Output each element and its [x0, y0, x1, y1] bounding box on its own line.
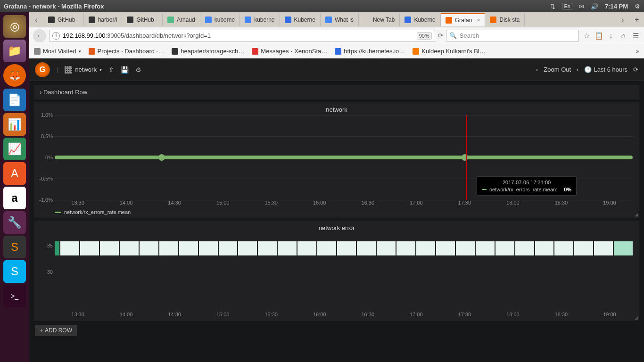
series-dot [158, 154, 165, 161]
legend-label: network/rx_errors_rate.mean [64, 209, 131, 215]
x-tick: 14:30 [168, 312, 181, 317]
launcher-files[interactable]: 📁 [3, 40, 26, 62]
os-topbar: Grafana - network - Mozilla Firefox ⇅ En… [0, 0, 644, 12]
bar [476, 241, 495, 255]
chart-legend[interactable]: network/rx_errors_rate.mean [55, 209, 633, 215]
resize-handle-icon[interactable]: ◢ [635, 315, 638, 320]
x-tick: 15:00 [216, 200, 230, 206]
browser-tab[interactable]: Kuberne [280, 13, 321, 26]
mail-icon[interactable]: ✉ [579, 3, 584, 10]
dashboard-picker[interactable]: network ▾ [65, 66, 102, 74]
home-icon[interactable]: ⌂ [619, 32, 628, 40]
launcher-settings[interactable]: 🔧 [3, 211, 26, 234]
x-tick: 15:30 [264, 200, 278, 206]
launcher-impress[interactable]: 📊 [3, 113, 26, 136]
x-tick: 18:00 [506, 312, 520, 317]
legend-color [55, 212, 61, 213]
bar [436, 241, 455, 255]
time-range-picker[interactable]: 🕐 Last 6 hours [584, 66, 627, 73]
add-row-button[interactable]: + ADD ROW [35, 325, 77, 336]
downloads-icon[interactable]: ↓ [606, 32, 616, 40]
new-tab-button[interactable]: + [630, 13, 644, 27]
resize-handle-icon[interactable]: ◢ [635, 212, 638, 217]
back-button[interactable]: ← [33, 29, 46, 42]
browser-tab[interactable]: Grafan× [441, 13, 486, 26]
launcher-skype[interactable]: S [3, 260, 26, 283]
launcher-dash[interactable]: ◎ [3, 15, 26, 38]
share-icon[interactable]: ⇪ [108, 66, 114, 74]
bar [515, 241, 534, 255]
bookmark-item[interactable]: Projects · Dashboard ·… [89, 48, 165, 55]
dashboard-row-header[interactable]: › Dashboard Row [34, 85, 639, 99]
browser-tab[interactable]: Disk sta [485, 13, 525, 26]
tab-label: kuberne [215, 16, 235, 23]
bar [456, 241, 475, 255]
browser-tab[interactable]: What is [321, 13, 359, 26]
launcher-software[interactable]: A [3, 162, 26, 185]
favicon [285, 16, 291, 23]
save-icon[interactable]: 💾 [121, 66, 129, 74]
y-tick: 0.5% [41, 133, 53, 139]
launcher-sublime[interactable]: S [3, 236, 26, 258]
browser-tab[interactable]: GitHub - [122, 13, 163, 26]
refresh-icon[interactable]: ⟳ [633, 66, 638, 73]
bookmark-item[interactable]: Most Visited ▾ [34, 48, 81, 55]
launcher-amazon[interactable]: a [3, 187, 26, 209]
time-next-icon[interactable]: › [577, 66, 578, 73]
tab-label: New Tab [373, 16, 395, 23]
bookmark-star-icon[interactable]: ☆ [582, 32, 591, 40]
tab-scroll-right-icon[interactable]: › [616, 13, 630, 27]
tab-scroll-left-icon[interactable]: ‹ [29, 13, 43, 27]
tab-label: Arnaud [177, 16, 195, 23]
gear-icon[interactable]: ⚙ [635, 3, 640, 10]
browser-tab[interactable]: harbor/i [84, 13, 123, 26]
url-bar[interactable]: i 192.168.99.100:30005/dashboard/db/netw… [49, 30, 435, 42]
site-info-icon[interactable]: i [52, 32, 60, 40]
grafana-topbar: G | network ▾ ⇪ 💾 ⚙ ‹ Zoom Out › 🕐 Last … [29, 58, 644, 81]
bookmark-item[interactable]: heapster/storage-sch… [172, 48, 244, 55]
chart-network[interactable]: 1.0%0.5%0%-0.5%-1.0% 2017-07-06 17:31:00… [55, 115, 633, 200]
browser-tab[interactable]: Arnaud [163, 13, 200, 26]
panel-network-error[interactable]: network error 3530 13:3014:0014:3015:001… [34, 221, 639, 321]
search-bar[interactable]: 🔍 Search [446, 30, 579, 42]
launcher-writer[interactable]: 📄 [3, 89, 26, 111]
zoom-out-button[interactable]: Zoom Out [544, 66, 571, 73]
network-icon[interactable]: ⇅ [550, 3, 555, 10]
chart-network-error[interactable]: 3530 [55, 234, 633, 310]
bar [416, 241, 435, 255]
browser-tab[interactable]: kuberne [240, 13, 280, 26]
bar [199, 241, 218, 255]
launcher-firefox[interactable]: 🦊 [3, 64, 26, 87]
reload-button[interactable]: ⟳ [438, 32, 443, 39]
launcher-terminal[interactable]: >_ [3, 285, 26, 307]
bookmark-item[interactable]: https://kubernetes.io… [335, 48, 405, 55]
time-prev-icon[interactable]: ‹ [536, 66, 538, 73]
plus-icon: + [40, 327, 43, 334]
launcher-calc[interactable]: 📈 [3, 138, 26, 160]
panel-network[interactable]: network 1.0%0.5%0%-0.5%-1.0% 2017-07-06 … [34, 102, 639, 218]
tooltip-time: 2017-07-06 17:31:00 [482, 180, 571, 185]
lang-indicator[interactable]: En [562, 3, 572, 9]
grafana-logo-icon[interactable]: G [35, 62, 50, 77]
dashboard-name: network [75, 66, 97, 73]
bookmarks-overflow-icon[interactable]: » [636, 48, 639, 55]
sound-icon[interactable]: 🔊 [591, 3, 598, 10]
zoom-badge[interactable]: 90% [417, 32, 432, 40]
bookmark-item[interactable]: Kuldeep Kulkarni's Bl… [413, 48, 485, 55]
bar [574, 241, 593, 255]
bar [238, 241, 257, 255]
clock[interactable]: 7:14 PM [605, 3, 628, 10]
close-tab-icon[interactable]: × [477, 17, 480, 24]
y-tick: -1.0% [39, 197, 53, 203]
browser-tab[interactable]: Kuberne [400, 13, 440, 26]
clipboard-icon[interactable]: 📋 [594, 32, 603, 40]
bar [614, 241, 633, 255]
bookmark-label: Kuldeep Kulkarni's Bl… [421, 48, 485, 55]
settings-gear-icon[interactable]: ⚙ [135, 66, 141, 74]
browser-tab[interactable]: New Tab [359, 13, 400, 26]
browser-tab[interactable]: GitHub - [43, 13, 84, 26]
hamburger-menu-icon[interactable]: ☰ [631, 32, 640, 40]
browser-tab[interactable]: kuberne [200, 13, 240, 26]
bookmark-item[interactable]: Messages - XenonSta… [252, 48, 327, 55]
bar [297, 241, 316, 255]
